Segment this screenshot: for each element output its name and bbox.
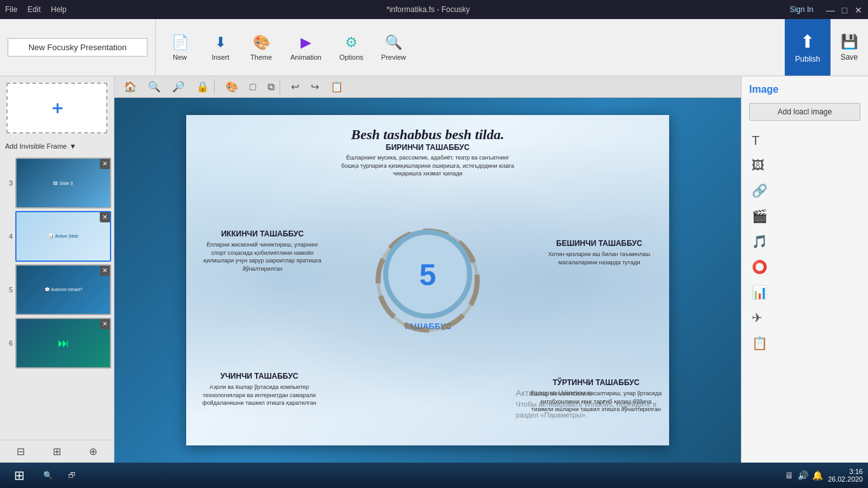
slide-number: 5 (3, 286, 13, 294)
slide-list: 3 🖼 Slide 3 ✕ 4 📊 Active Slide ✕ (0, 155, 114, 440)
right-top-initiative: БЕШИНЧИ ТАШАББУС Хотин-қизларни иш билан… (536, 239, 663, 266)
menu-help[interactable]: Help (51, 5, 67, 14)
dropdown-arrow-icon[interactable]: ▼ (69, 142, 76, 150)
slide-thumbnail[interactable]: 🖼 Slide 3 ✕ (15, 158, 111, 208)
canvas-area-wrapper: 🏠 🔍 🔎 🔒 🎨 □ ⧉ ↩ ↪ 📋 Besh tashabbus besh … (114, 76, 741, 463)
link-tool-icon[interactable]: 🔗 (749, 180, 860, 201)
top-initiative-title: БИРИНЧИ ТАШАББУС (339, 143, 517, 152)
canvas-toolbar: 🏠 🔍 🔎 🔒 🎨 □ ⧉ ↩ ↪ 📋 (114, 76, 741, 98)
home-icon[interactable]: 🏠 (121, 79, 140, 95)
taskbar-icons: 🖥 🔊 🔔 (785, 470, 823, 480)
notification-icon[interactable]: 🔔 (812, 470, 823, 480)
video-tool-icon[interactable]: 🎬 (749, 206, 860, 226)
slide-preview: Besh tashabbus besh tilda. БИРИНЧИ ТАШАБ… (186, 115, 669, 445)
color-icon[interactable]: 🎨 (222, 79, 241, 95)
slide-background: Besh tashabbus besh tilda. БИРИНЧИ ТАШАБ… (186, 115, 669, 445)
windows-icon: ⊞ (14, 468, 25, 483)
save-button[interactable]: 💾 Save (831, 19, 868, 76)
left-panel-bottom: ⊟ ⊞ ⊕ (0, 440, 114, 463)
task-view-button[interactable]: 🗗 (63, 465, 81, 485)
activation-watermark: Активация Windows Чтобы активировать Win… (516, 387, 656, 421)
network-icon: 🖥 (785, 470, 794, 480)
activation-subtitle: Чтобы активировать Windows, перейдите в (516, 399, 656, 410)
top-initiative-block: БИРИНЧИ ТАШАББУС Ёшларнинг мусика, рассо… (339, 143, 517, 178)
slide-close-button[interactable]: ✕ (100, 212, 110, 222)
layers-tool-icon[interactable]: 📋 (749, 333, 860, 353)
zoom-in-icon[interactable]: 🔎 (169, 79, 188, 95)
lock-icon[interactable]: 🔒 (193, 79, 215, 95)
image-tool-icon[interactable]: 🖼 (749, 156, 860, 175)
new-label: New (173, 53, 187, 61)
plus-icon: ＋ (48, 96, 66, 120)
canvas-content[interactable]: Besh tashabbus besh tilda. БИРИНЧИ ТАШАБ… (114, 98, 741, 463)
taskbar-time: 3:16 26.02.2020 (828, 468, 863, 483)
zoom-out-icon[interactable]: 🔍 (145, 79, 164, 95)
copy-frame-icon[interactable]: ⧉ (264, 79, 280, 95)
right-top-initiative-title: БЕШИНЧИ ТАШАББУС (536, 239, 663, 248)
text-tool-icon[interactable]: T (749, 131, 860, 151)
right-panel-title: Image (749, 84, 860, 95)
theme-label: Theme (250, 53, 272, 61)
plane-tool-icon[interactable]: ✈ (749, 308, 860, 328)
left-top-initiative-text: Ёпларни жисмоний чиниктириш, уларнинг сп… (199, 241, 326, 273)
undo-icon[interactable]: ↩ (288, 79, 302, 95)
insert-button[interactable]: ⬇ Insert (201, 30, 240, 65)
presentation-title[interactable]: New Focusky Presentation (8, 38, 147, 57)
center-circle: 5 (383, 230, 472, 319)
add-frame-button[interactable]: ＋ (6, 83, 107, 133)
panel-copy-button[interactable]: ⊕ (85, 444, 101, 459)
time-display: 3:16 (828, 468, 863, 475)
audio-tool-icon[interactable]: 🎵 (749, 231, 860, 252)
shape-tool-icon[interactable]: ⭕ (749, 257, 860, 277)
left-bottom-initiative-title: УЧИНЧИ ТАШАББУС (196, 372, 323, 381)
menu-file[interactable]: File (5, 5, 17, 14)
slide-thumbnail[interactable]: ⏭ ✕ (15, 318, 111, 369)
insert-label: Insert (212, 53, 229, 61)
right-panel-tools: T 🖼 🔗 🎬 🎵 ⭕ 📊 ✈ 📋 (749, 131, 860, 353)
table-tool-icon[interactable]: 📊 (749, 282, 860, 302)
slide-thumbnail[interactable]: 💬 Axborot nimad? ✕ (15, 264, 111, 315)
add-image-button[interactable]: Add loacl image (749, 103, 860, 121)
activation-title: Активация Windows (516, 387, 656, 400)
thumbnail-content: ⏭ (17, 319, 110, 367)
sign-in-link[interactable]: Sign In (790, 5, 813, 14)
minimize-button[interactable]: — (826, 5, 835, 14)
left-top-initiative-title: ИККИНЧИ ТАШАББУС (199, 229, 326, 238)
redo-icon[interactable]: ↪ (308, 79, 322, 95)
start-button[interactable]: ⊞ (5, 465, 33, 485)
slide-thumbnail[interactable]: 📊 Active Slide ✕ (15, 211, 111, 262)
panel-zoom-out-button[interactable]: ⊟ (13, 444, 29, 459)
add-frame-row: Add Invisible Frame ▼ (0, 140, 114, 155)
frame-icon[interactable]: □ (247, 79, 259, 95)
slide-title: Besh tashabbus besh tilda. (351, 126, 505, 143)
top-initiative-text: Ёшларнинг мусика, рассомлик, адабиёт, те… (339, 154, 517, 178)
list-item: 3 🖼 Slide 3 ✕ (3, 158, 111, 208)
new-button[interactable]: 📄 New (161, 30, 199, 65)
maximize-button[interactable]: □ (840, 5, 849, 14)
menu-edit[interactable]: Edit (27, 5, 41, 14)
thumbnail-content: 📊 Active Slide (17, 212, 110, 261)
preview-icon: 🔍 (385, 34, 402, 51)
options-button[interactable]: ⚙ Options (332, 30, 371, 65)
publish-button[interactable]: ⬆ Publish (785, 19, 830, 76)
animation-label: Animation (290, 53, 322, 61)
main-layout: ＋ Add Invisible Frame ▼ 3 🖼 Slide 3 ✕ 4 (0, 76, 868, 463)
slide-close-button[interactable]: ✕ (100, 266, 110, 276)
animation-button[interactable]: ▶ Animation (283, 30, 329, 65)
search-button[interactable]: 🔍 (38, 465, 58, 485)
add-invisible-frame-label[interactable]: Add Invisible Frame (5, 142, 67, 150)
thumbnail-content: 💬 Axborot nimad? (17, 266, 110, 314)
slide-number: 3 (3, 179, 13, 187)
panel-grid-button[interactable]: ⊞ (49, 444, 65, 459)
theme-button[interactable]: 🎨 Theme (242, 30, 280, 65)
toolbar-buttons: 📄 New ⬇ Insert 🎨 Theme ▶ Animation ⚙ Opt… (156, 19, 785, 76)
slide-close-button[interactable]: ✕ (100, 319, 110, 329)
close-button[interactable]: ✕ (854, 5, 863, 14)
layers-icon[interactable]: 📋 (327, 79, 346, 95)
options-label: Options (339, 53, 363, 61)
slide-close-button[interactable]: ✕ (100, 159, 110, 169)
list-item: 6 ⏭ ✕ (3, 318, 111, 369)
preview-button[interactable]: 🔍 Preview (374, 30, 414, 65)
preview-label: Preview (381, 53, 406, 61)
options-icon: ⚙ (345, 34, 358, 51)
